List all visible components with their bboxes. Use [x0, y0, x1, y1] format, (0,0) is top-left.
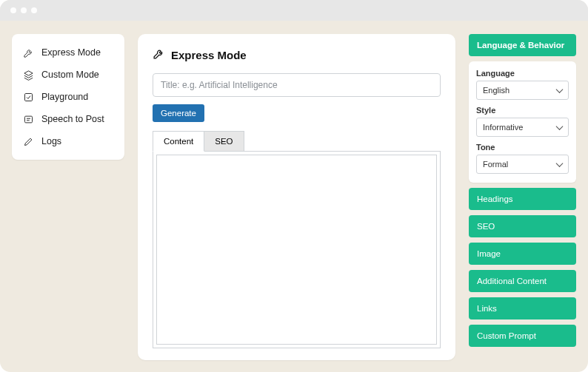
accordion-additional-content[interactable]: Additional Content	[469, 270, 576, 292]
svg-rect-1	[24, 116, 32, 123]
tone-select-wrap: Formal	[476, 155, 569, 174]
tone-select[interactable]: Formal	[476, 155, 569, 174]
tone-label: Tone	[476, 143, 569, 152]
browser-frame: Express Mode Custom Mode Playground Spee…	[0, 0, 588, 372]
layers-icon	[22, 69, 34, 81]
sidebar-item-custom-mode[interactable]: Custom Mode	[19, 64, 117, 86]
style-select-wrap: Informative	[476, 118, 569, 137]
window-dot	[10, 7, 16, 13]
panel-language-behavior-body: Language English Style Informative Tone …	[469, 61, 576, 183]
sidebar: Express Mode Custom Mode Playground Spee…	[12, 34, 124, 160]
accordion-seo[interactable]: SEO	[469, 215, 576, 237]
title-input[interactable]	[153, 73, 441, 97]
accordion-custom-prompt[interactable]: Custom Prompt	[469, 325, 576, 347]
post-icon	[22, 113, 34, 125]
wrench-icon	[22, 47, 34, 58]
pen-icon	[22, 135, 34, 147]
sidebar-item-label: Speech to Post	[41, 114, 104, 124]
page-title: Express Mode	[171, 49, 247, 61]
main-header: Express Mode	[153, 47, 441, 63]
style-select[interactable]: Informative	[476, 118, 569, 137]
check-square-icon	[22, 91, 34, 103]
accordion-links[interactable]: Links	[469, 297, 576, 319]
sidebar-item-label: Custom Mode	[41, 70, 99, 80]
panel-language-behavior-header[interactable]: Language & Behavior	[469, 34, 576, 56]
language-select-wrap: English	[476, 81, 569, 100]
generate-button[interactable]: Generate	[153, 104, 204, 122]
content-textarea[interactable]	[156, 155, 437, 345]
window-dot	[31, 7, 37, 13]
window-dot	[21, 7, 27, 13]
language-label: Language	[476, 69, 569, 78]
sidebar-item-label: Playground	[41, 92, 88, 102]
sidebar-item-express-mode[interactable]: Express Mode	[19, 41, 117, 64]
tab-seo[interactable]: SEO	[204, 131, 244, 152]
sidebar-item-speech-to-post[interactable]: Speech to Post	[19, 108, 117, 130]
tab-content[interactable]: Content	[153, 131, 204, 152]
sidebar-item-playground[interactable]: Playground	[19, 86, 117, 108]
browser-titlebar	[0, 0, 588, 21]
sidebar-item-label: Logs	[41, 136, 61, 146]
app-shell: Express Mode Custom Mode Playground Spee…	[0, 21, 588, 372]
svg-rect-0	[24, 93, 32, 101]
main-panel: Express Mode Generate Content SEO	[138, 34, 455, 360]
sidebar-item-logs[interactable]: Logs	[19, 130, 117, 152]
wrench-icon	[153, 47, 165, 63]
style-label: Style	[476, 106, 569, 115]
language-select[interactable]: English	[476, 81, 569, 100]
tabs: Content SEO	[153, 131, 441, 152]
accordion-headings[interactable]: Headings	[469, 188, 576, 210]
sidebar-item-label: Express Mode	[41, 47, 101, 58]
accordion-image[interactable]: Image	[469, 243, 576, 265]
right-panel: Language & Behavior Language English Sty…	[469, 34, 576, 360]
content-area	[153, 151, 441, 348]
